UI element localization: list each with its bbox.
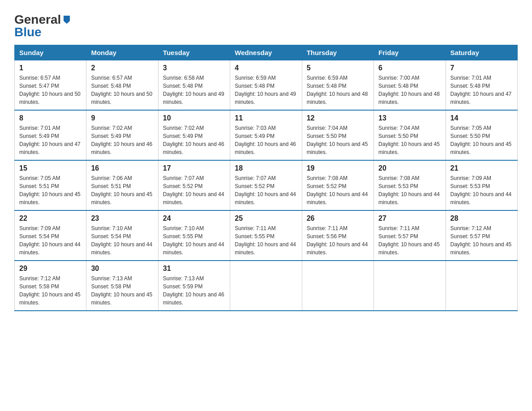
calendar-cell: 15Sunrise: 7:05 AMSunset: 5:51 PMDayligh… [15, 160, 86, 210]
calendar-cell [446, 261, 517, 311]
calendar-cell: 28Sunrise: 7:12 AMSunset: 5:57 PMDayligh… [446, 210, 517, 261]
calendar-cell: 7Sunrise: 7:01 AMSunset: 5:48 PMDaylight… [446, 60, 517, 111]
calendar-cell: 11Sunrise: 7:03 AMSunset: 5:49 PMDayligh… [230, 110, 302, 160]
col-header-monday: Monday [86, 45, 158, 60]
calendar-cell: 6Sunrise: 7:00 AMSunset: 5:48 PMDaylight… [374, 60, 446, 111]
day-number: 13 [378, 114, 441, 122]
day-number: 2 [91, 64, 153, 72]
day-number: 26 [307, 214, 369, 223]
calendar-cell: 14Sunrise: 7:05 AMSunset: 5:50 PMDayligh… [446, 110, 517, 160]
day-number: 9 [91, 114, 153, 122]
day-number: 20 [378, 164, 441, 172]
calendar-cell: 2Sunrise: 6:57 AMSunset: 5:48 PMDaylight… [86, 60, 158, 111]
calendar-week-row: 8Sunrise: 7:01 AMSunset: 5:49 PMDaylight… [15, 110, 518, 160]
calendar-cell: 19Sunrise: 7:08 AMSunset: 5:52 PMDayligh… [302, 160, 373, 210]
day-info: Sunrise: 6:58 AMSunset: 5:48 PMDaylight:… [163, 75, 224, 105]
day-number: 24 [163, 214, 225, 223]
day-info: Sunrise: 7:01 AMSunset: 5:48 PMDaylight:… [450, 75, 512, 105]
col-header-saturday: Saturday [446, 45, 517, 60]
day-number: 18 [235, 164, 297, 172]
calendar-cell: 8Sunrise: 7:01 AMSunset: 5:49 PMDaylight… [15, 110, 86, 160]
day-info: Sunrise: 7:07 AMSunset: 5:52 PMDaylight:… [163, 175, 224, 206]
day-info: Sunrise: 7:04 AMSunset: 5:50 PMDaylight:… [307, 125, 368, 155]
day-info: Sunrise: 7:05 AMSunset: 5:51 PMDaylight:… [19, 175, 81, 206]
calendar-cell: 4Sunrise: 6:59 AMSunset: 5:48 PMDaylight… [230, 60, 302, 111]
svg-marker-0 [64, 16, 70, 24]
col-header-sunday: Sunday [15, 45, 86, 60]
calendar-cell: 20Sunrise: 7:08 AMSunset: 5:53 PMDayligh… [374, 160, 446, 210]
calendar-cell [302, 261, 373, 311]
day-number: 30 [91, 265, 153, 273]
calendar-cell: 27Sunrise: 7:11 AMSunset: 5:57 PMDayligh… [374, 210, 446, 261]
calendar-cell: 31Sunrise: 7:13 AMSunset: 5:59 PMDayligh… [158, 261, 230, 311]
day-number: 14 [450, 114, 513, 122]
day-info: Sunrise: 7:08 AMSunset: 5:52 PMDaylight:… [307, 175, 368, 206]
day-info: Sunrise: 6:57 AMSunset: 5:48 PMDaylight:… [91, 75, 152, 105]
calendar-header-row: SundayMondayTuesdayWednesdayThursdayFrid… [15, 45, 518, 60]
calendar-cell: 21Sunrise: 7:09 AMSunset: 5:53 PMDayligh… [446, 160, 517, 210]
day-info: Sunrise: 6:59 AMSunset: 5:48 PMDaylight:… [307, 75, 368, 105]
calendar-cell: 17Sunrise: 7:07 AMSunset: 5:52 PMDayligh… [158, 160, 230, 210]
calendar-cell: 1Sunrise: 6:57 AMSunset: 5:47 PMDaylight… [15, 60, 86, 111]
calendar-week-row: 15Sunrise: 7:05 AMSunset: 5:51 PMDayligh… [15, 160, 518, 210]
day-info: Sunrise: 7:12 AMSunset: 5:57 PMDaylight:… [450, 225, 512, 256]
page-header: General Blue [14, 11, 518, 39]
day-number: 10 [163, 114, 225, 122]
calendar-week-row: 1Sunrise: 6:57 AMSunset: 5:47 PMDaylight… [15, 60, 518, 111]
calendar-cell: 18Sunrise: 7:07 AMSunset: 5:52 PMDayligh… [230, 160, 302, 210]
calendar-cell: 24Sunrise: 7:10 AMSunset: 5:55 PMDayligh… [158, 210, 230, 261]
calendar-table: SundayMondayTuesdayWednesdayThursdayFrid… [14, 45, 518, 311]
calendar-cell: 29Sunrise: 7:12 AMSunset: 5:58 PMDayligh… [15, 261, 86, 311]
calendar-cell: 10Sunrise: 7:02 AMSunset: 5:49 PMDayligh… [158, 110, 230, 160]
calendar-cell: 13Sunrise: 7:04 AMSunset: 5:50 PMDayligh… [374, 110, 446, 160]
day-info: Sunrise: 7:05 AMSunset: 5:50 PMDaylight:… [450, 125, 512, 155]
day-info: Sunrise: 7:09 AMSunset: 5:54 PMDaylight:… [19, 225, 81, 256]
logo-blue: Blue [14, 25, 42, 39]
day-info: Sunrise: 7:10 AMSunset: 5:54 PMDaylight:… [91, 225, 152, 256]
calendar-cell: 25Sunrise: 7:11 AMSunset: 5:55 PMDayligh… [230, 210, 302, 261]
calendar-cell: 5Sunrise: 6:59 AMSunset: 5:48 PMDaylight… [302, 60, 373, 111]
day-number: 6 [378, 64, 441, 72]
calendar-cell: 16Sunrise: 7:06 AMSunset: 5:51 PMDayligh… [86, 160, 158, 210]
day-info: Sunrise: 7:07 AMSunset: 5:52 PMDaylight:… [235, 175, 296, 206]
day-info: Sunrise: 7:10 AMSunset: 5:55 PMDaylight:… [163, 225, 224, 256]
day-info: Sunrise: 6:59 AMSunset: 5:48 PMDaylight:… [235, 75, 296, 105]
day-number: 31 [163, 265, 225, 273]
logo: General Blue [14, 13, 72, 39]
day-info: Sunrise: 7:13 AMSunset: 5:58 PMDaylight:… [91, 275, 152, 306]
calendar-week-row: 22Sunrise: 7:09 AMSunset: 5:54 PMDayligh… [15, 210, 518, 261]
day-number: 23 [91, 214, 153, 223]
calendar-cell: 3Sunrise: 6:58 AMSunset: 5:48 PMDaylight… [158, 60, 230, 111]
day-info: Sunrise: 7:09 AMSunset: 5:53 PMDaylight:… [450, 175, 512, 206]
logo-arrow-icon [62, 15, 72, 25]
calendar-week-row: 29Sunrise: 7:12 AMSunset: 5:58 PMDayligh… [15, 261, 518, 311]
day-number: 28 [450, 214, 513, 223]
day-info: Sunrise: 7:11 AMSunset: 5:57 PMDaylight:… [378, 225, 440, 256]
day-info: Sunrise: 7:11 AMSunset: 5:55 PMDaylight:… [235, 225, 296, 256]
day-number: 16 [91, 164, 153, 172]
calendar-cell: 30Sunrise: 7:13 AMSunset: 5:58 PMDayligh… [86, 261, 158, 311]
day-number: 5 [307, 64, 369, 72]
calendar-cell: 12Sunrise: 7:04 AMSunset: 5:50 PMDayligh… [302, 110, 373, 160]
day-number: 19 [307, 164, 369, 172]
day-info: Sunrise: 7:02 AMSunset: 5:49 PMDaylight:… [91, 125, 152, 155]
day-info: Sunrise: 7:06 AMSunset: 5:51 PMDaylight:… [91, 175, 152, 206]
calendar-cell: 9Sunrise: 7:02 AMSunset: 5:49 PMDaylight… [86, 110, 158, 160]
day-number: 4 [235, 64, 297, 72]
col-header-thursday: Thursday [302, 45, 373, 60]
day-info: Sunrise: 7:04 AMSunset: 5:50 PMDaylight:… [378, 125, 440, 155]
day-number: 1 [19, 64, 82, 72]
col-header-wednesday: Wednesday [230, 45, 302, 60]
calendar-cell: 23Sunrise: 7:10 AMSunset: 5:54 PMDayligh… [86, 210, 158, 261]
calendar-cell [230, 261, 302, 311]
day-number: 27 [378, 214, 441, 223]
day-info: Sunrise: 7:01 AMSunset: 5:49 PMDaylight:… [19, 125, 81, 155]
calendar-cell [374, 261, 446, 311]
day-number: 29 [19, 265, 82, 273]
day-number: 7 [450, 64, 513, 72]
day-number: 17 [163, 164, 225, 172]
calendar-cell: 22Sunrise: 7:09 AMSunset: 5:54 PMDayligh… [15, 210, 86, 261]
day-number: 11 [235, 114, 297, 122]
col-header-tuesday: Tuesday [158, 45, 230, 60]
col-header-friday: Friday [374, 45, 446, 60]
